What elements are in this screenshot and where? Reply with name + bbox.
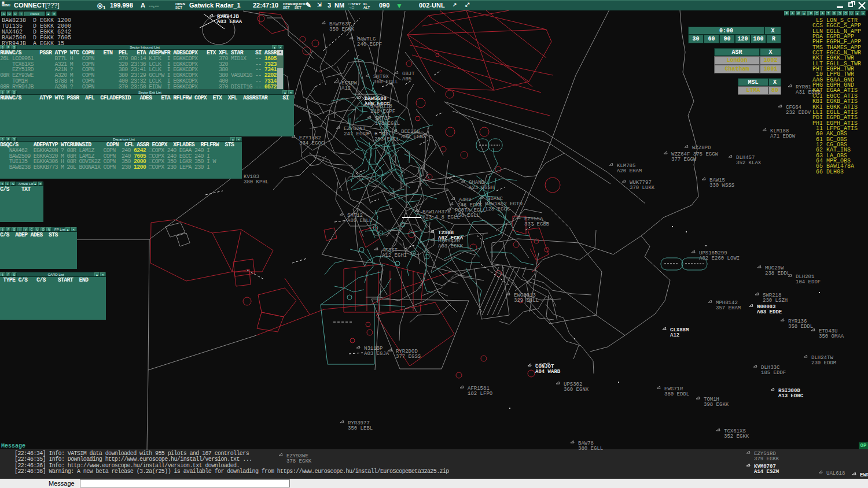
svg-text:380 EGLL: 380 EGLL — [578, 446, 603, 452]
svg-text:A04 WARB: A04 WARB — [535, 369, 561, 375]
svg-text:A20 EHAM: A20 EHAM — [617, 168, 642, 174]
svg-text:398 EGKK: 398 EGKK — [704, 402, 729, 408]
svg-text:A23 EGSH: A23 EGSH — [469, 185, 494, 191]
svg-text:A05 EGLL: A05 EGLL — [347, 218, 372, 224]
svg-text:A05: A05 — [402, 76, 411, 82]
svg-text:352 EGKK: 352 EGKK — [724, 434, 749, 439]
svg-text:377 EGGW: 377 EGGW — [671, 157, 697, 162]
svg-text:330 WSSS: 330 WSSS — [709, 183, 734, 188]
svg-text:185 EDDF: 185 EDDF — [761, 370, 786, 376]
svg-text:380 EDDL: 380 EDDL — [664, 391, 689, 397]
svg-text:380 KPHL: 380 KPHL — [244, 179, 269, 185]
svg-text:218 EGPF: 218 EGPF — [370, 109, 395, 114]
svg-text:360 EGNX: 360 EGNX — [564, 387, 589, 393]
svg-text:128 EGCC: 128 EGCC — [485, 206, 510, 212]
svg-text:283 EGLL: 283 EGLL — [374, 136, 399, 142]
svg-text:178 EGLL: 178 EGLL — [375, 121, 400, 127]
svg-text:247 EGGD: 247 EGGD — [344, 131, 369, 137]
svg-text:UAL618: UAL618 — [826, 471, 845, 476]
svg-text:230 EDDM: 230 EDDM — [811, 360, 836, 366]
svg-text:232 EDDV: 232 EDDV — [786, 110, 811, 116]
svg-text:A12 EGHI: A12 EGHI — [382, 253, 407, 258]
svg-text:329 EGLL: 329 EGLL — [514, 298, 539, 304]
svg-text:352 KLAX: 352 KLAX — [736, 160, 762, 166]
svg-text:A03 EGAA: A03 EGAA — [217, 19, 242, 25]
svg-text:A03 EGJA: A03 EGJA — [364, 351, 389, 357]
svg-text:182 LFPO: 182 LFPO — [468, 391, 492, 397]
svg-text:A03 EDDE: A03 EDDE — [757, 309, 782, 315]
svg-text:A71 EDDW: A71 EDDW — [770, 134, 796, 139]
svg-text:230 LSZH: 230 LSZH — [763, 298, 788, 304]
svg-text:A23 4 8 EGLL: A23 4 8 EGLL — [422, 215, 460, 220]
svg-text:379 EGKK: 379 EGKK — [754, 456, 779, 462]
svg-text:240 EGPF: 240 EGPF — [357, 42, 382, 47]
svg-text:334 EGOC: 334 EGOC — [299, 141, 325, 146]
svg-text:A12: A12 — [341, 86, 351, 91]
svg-text:370 LUKK: 370 LUKK — [630, 185, 655, 191]
svg-text:EWRB: EWRB — [860, 472, 868, 478]
svg-text:A03 EGKK: A03 EGKK — [438, 243, 464, 249]
svg-text:337 EGBB: 337 EGBB — [524, 221, 550, 227]
svg-text:WZZ8PD: WZZ8PD — [692, 145, 711, 151]
svg-text:A08 EGNX: A08 EGNX — [401, 134, 426, 140]
svg-text:360 EGLL: 360 EGLL — [373, 79, 398, 85]
svg-text:357 EHAM: 357 EHAM — [716, 305, 741, 311]
svg-text:238 EDDL: 238 EDDL — [765, 271, 790, 276]
svg-text:A02 E260 LOWI: A02 E260 LOWI — [699, 256, 740, 261]
svg-text:378 EGKK: 378 EGKK — [286, 459, 312, 464]
svg-text:A12: A12 — [670, 332, 679, 338]
svg-text:104 EDDF: 104 EDDF — [796, 279, 821, 285]
svg-text:350 LEBL: 350 LEBL — [348, 426, 373, 431]
svg-text:A13 EDRC: A13 EDRC — [778, 393, 804, 399]
svg-text:377 EGSS: 377 EGSS — [396, 354, 421, 360]
svg-text:358 EDDL: 358 EDDL — [788, 324, 813, 330]
svg-text:350 OMAA: 350 OMAA — [819, 334, 844, 339]
svg-text:A14 ESZM: A14 ESZM — [754, 469, 779, 475]
svg-text:350 EGKK: 350 EGKK — [329, 27, 355, 32]
